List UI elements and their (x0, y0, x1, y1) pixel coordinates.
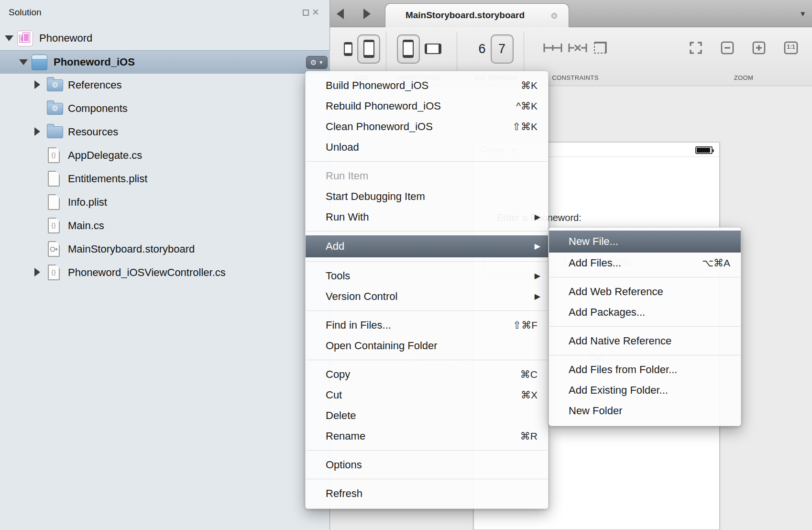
submenu-arrow-icon: ▶ (535, 265, 540, 286)
disclosure-open-icon[interactable] (19, 59, 28, 65)
menu-separator (549, 326, 740, 327)
menu-item-unload[interactable]: Unload (306, 137, 548, 157)
submenu-item-add-files-from-folder[interactable]: Add Files from Folder... (549, 359, 741, 380)
submenu-item-add-web-reference[interactable]: Add Web Reference (549, 281, 741, 302)
tree-item-label: AppDelegate.cs (68, 149, 142, 162)
zoom-out-icon[interactable] (721, 41, 734, 56)
portrait-button-selected[interactable] (397, 34, 420, 64)
menu-separator (306, 360, 548, 360)
tree-item-maincs[interactable]: {} Main.cs (0, 214, 330, 238)
tree-item-label: Components (68, 102, 128, 115)
menu-item-version-control[interactable]: Version Control▶ (306, 286, 548, 307)
csharp-file-icon: {} (48, 265, 60, 280)
clear-constraints-icon[interactable] (568, 42, 588, 55)
menu-separator (306, 231, 548, 232)
navigate-forward-icon[interactable] (363, 9, 371, 19)
disclosure-closed-icon[interactable] (34, 268, 40, 276)
menu-item-run-with[interactable]: Run With▶ (306, 207, 548, 227)
tree-item-project-selected[interactable]: Phoneword_iOS (0, 50, 330, 74)
close-pad-icon[interactable]: ✕ (312, 7, 319, 18)
tree-item-entitlements[interactable]: Entitlements.plist (0, 167, 330, 191)
menu-item-add-highlighted[interactable]: Add▶ (306, 235, 548, 257)
menu-item-rebuild[interactable]: Rebuild Phoneword_iOS^⌘K (306, 96, 548, 116)
ios6-option[interactable]: 6 (478, 42, 485, 56)
navigate-back-icon[interactable] (337, 9, 344, 19)
ios7-button-selected[interactable]: 7 (491, 34, 514, 64)
submenu-arrow-icon: ▶ (535, 286, 540, 307)
width-constraint-icon[interactable] (543, 42, 563, 55)
submenu-item-new-file-highlighted[interactable]: New File... (549, 231, 741, 253)
submenu-item-new-folder[interactable]: New Folder (549, 400, 741, 421)
menu-item-copy[interactable]: Copy⌘C (306, 364, 548, 385)
portrait-icon (403, 40, 414, 58)
plist-file-icon (48, 171, 60, 187)
actual-size-icon[interactable]: 1:1 (784, 41, 798, 56)
tree-item-infoplist[interactable]: Info.plist (0, 191, 330, 214)
tab-bar: MainStoryboard.storyboard ▼ (330, 0, 812, 27)
disclosure-open-icon[interactable] (5, 35, 13, 41)
submenu-arrow-icon: ▶ (535, 207, 540, 227)
dock-window-icon[interactable] (303, 10, 309, 16)
tree-item-storyboard[interactable]: MainStoryboard.storyboard (0, 238, 330, 261)
tab-list-dropdown-icon[interactable]: ▼ (799, 10, 806, 18)
tree-item-references[interactable]: ⚙ References (0, 74, 330, 97)
tree-item-label: MainStoryboard.storyboard (68, 243, 195, 255)
menu-item-run-item: Run Item (306, 166, 548, 186)
menu-item-cut[interactable]: Cut⌘X (306, 385, 548, 405)
frame-constraints-icon[interactable] (593, 41, 608, 57)
ios-project-icon (32, 55, 47, 70)
tab-title: MainStoryboard.storyboard (385, 10, 545, 21)
tree-item-resources[interactable]: Resources (0, 121, 330, 144)
menu-item-refresh[interactable]: Refresh (306, 483, 548, 504)
project-options-gear-button[interactable]: ⚙ ▼ (306, 56, 328, 69)
menu-item-build[interactable]: Build Phoneword_iOS⌘K (306, 75, 548, 96)
battery-icon (695, 146, 713, 154)
tree-item-label: Phoneword_iOS (54, 56, 135, 68)
submenu-arrow-icon: ▶ (535, 235, 540, 257)
menu-item-start-debugging[interactable]: Start Debugging Item (306, 186, 548, 207)
solution-icon (17, 31, 33, 46)
zoom-in-icon[interactable] (752, 41, 766, 56)
storyboard-file-icon (48, 241, 60, 257)
tree-item-solution[interactable]: Phoneword (0, 27, 330, 50)
iphone4-icon (363, 40, 374, 58)
menu-item-tools[interactable]: Tools▶ (306, 265, 548, 286)
menu-item-open-containing-folder[interactable]: Open Containing Folder (306, 335, 548, 356)
landscape-icon[interactable] (425, 44, 441, 54)
iphone4-button-selected[interactable] (357, 34, 380, 64)
pad-title: Solution (9, 7, 42, 18)
zoom-label: ZOOM (684, 74, 803, 81)
zoom-group: 1:1 ZOOM (684, 27, 803, 86)
menu-item-clean[interactable]: Clean Phoneword_iOS⇧⌘K (306, 116, 548, 137)
tab-mainstoryboard[interactable]: MainStoryboard.storyboard (385, 3, 569, 27)
references-folder-icon: ⚙ (47, 79, 63, 91)
submenu-item-add-packages[interactable]: Add Packages... (549, 302, 741, 322)
disclosure-closed-icon[interactable] (34, 127, 40, 136)
tree-item-viewcontroller[interactable]: {} Phoneword_iOSViewController.cs (0, 261, 330, 285)
menu-separator (549, 355, 740, 355)
menu-separator (306, 261, 548, 262)
menu-item-delete[interactable]: Delete (306, 405, 548, 426)
menu-separator (549, 277, 740, 277)
solution-pad-header: Solution ✕ (0, 0, 329, 26)
tree-item-label: Phoneword_iOSViewController.cs (68, 266, 226, 279)
iphone35-icon[interactable] (344, 42, 352, 56)
fit-to-window-icon[interactable] (689, 41, 702, 56)
menu-item-rename[interactable]: Rename⌘R (306, 426, 548, 446)
csharp-file-icon: {} (48, 218, 60, 233)
tree-item-appdelegate[interactable]: {} AppDelegate.cs (0, 144, 330, 167)
submenu-item-add-existing-folder[interactable]: Add Existing Folder... (549, 380, 741, 400)
disclosure-closed-icon[interactable] (34, 80, 40, 89)
tree-item-label: Phoneword (39, 32, 92, 44)
project-context-menu: Build Phoneword_iOS⌘K Rebuild Phoneword_… (305, 71, 549, 509)
submenu-item-add-native-reference[interactable]: Add Native Reference (549, 331, 741, 351)
components-folder-icon: ⚙ (47, 103, 63, 115)
menu-separator (306, 310, 548, 311)
chevron-down-icon: ▼ (318, 60, 323, 65)
tree-item-components[interactable]: ⚙ Components (0, 97, 330, 121)
menu-item-options[interactable]: Options (306, 454, 548, 475)
menu-item-find-in-files[interactable]: Find in Files...⇧⌘F (306, 315, 548, 335)
submenu-item-add-files[interactable]: Add Files...⌥⌘A (549, 253, 741, 273)
tree-item-label: Entitlements.plist (68, 173, 147, 185)
solution-pad: Solution ✕ Phoneword Phoneword_iOS ⚙ Ref… (0, 0, 330, 530)
